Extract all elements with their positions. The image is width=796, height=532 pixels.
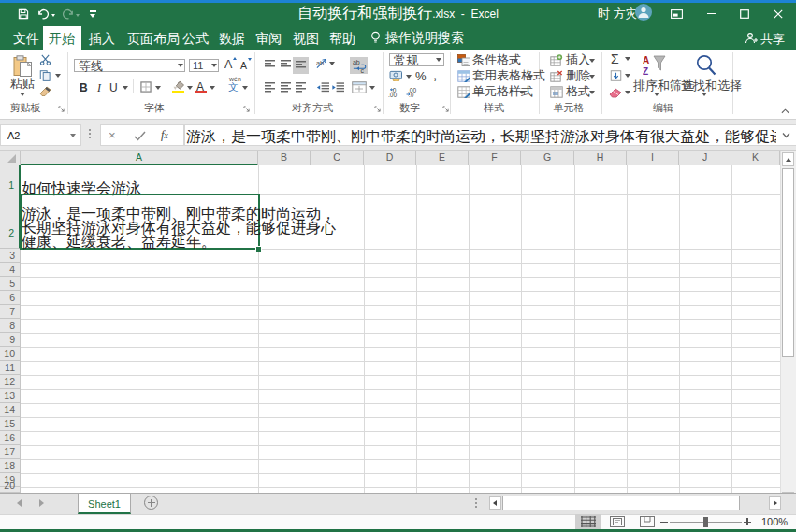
svg-text:.00: .00: [388, 92, 397, 98]
svg-text:ab: ab: [353, 59, 360, 65]
svg-text:A: A: [643, 55, 649, 65]
svg-text:Z: Z: [643, 66, 648, 77]
svg-text:ab: ab: [316, 59, 324, 67]
svg-text:c: c: [360, 67, 364, 73]
